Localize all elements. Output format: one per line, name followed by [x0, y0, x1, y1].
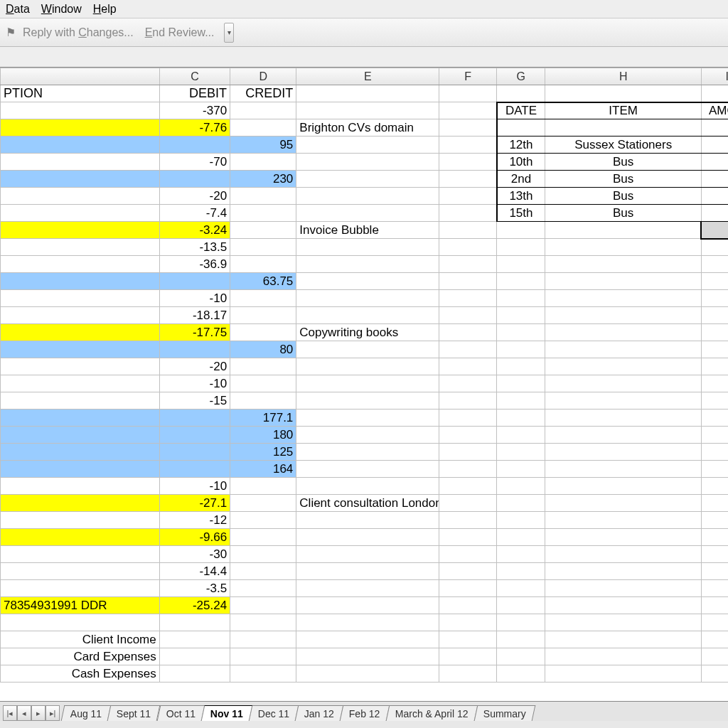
- sheet-tab[interactable]: Sept 11: [107, 705, 161, 721]
- cell[interactable]: [296, 205, 439, 222]
- cell[interactable]: Copywriting books: [296, 324, 439, 341]
- cell[interactable]: [545, 563, 702, 580]
- cell[interactable]: [439, 256, 497, 273]
- cell[interactable]: [439, 341, 497, 358]
- cell[interactable]: [439, 461, 497, 478]
- cell[interactable]: Bus: [545, 205, 702, 222]
- cell[interactable]: [497, 222, 545, 239]
- cell[interactable]: [701, 239, 728, 256]
- cell[interactable]: [296, 512, 439, 529]
- cell[interactable]: [497, 631, 545, 648]
- cell[interactable]: 80: [230, 341, 296, 358]
- tab-nav-first-icon[interactable]: |◂: [3, 705, 17, 721]
- cell[interactable]: [296, 427, 439, 444]
- cell[interactable]: [1, 136, 160, 154]
- cell[interactable]: [439, 273, 497, 290]
- cell[interactable]: [296, 341, 439, 358]
- cell[interactable]: [1, 324, 160, 341]
- tab-nav-prev-icon[interactable]: ◂: [17, 705, 31, 721]
- cell[interactable]: [545, 290, 702, 307]
- cell[interactable]: [1, 444, 160, 461]
- cell[interactable]: [701, 563, 728, 580]
- cell[interactable]: [701, 529, 728, 546]
- cell[interactable]: [1, 563, 160, 580]
- cell[interactable]: [230, 290, 296, 307]
- cell[interactable]: [439, 580, 497, 597]
- cell[interactable]: DEBIT: [159, 85, 230, 102]
- cell[interactable]: [439, 290, 497, 307]
- cell[interactable]: [159, 341, 230, 358]
- cell[interactable]: [545, 546, 702, 563]
- cell[interactable]: [439, 427, 497, 444]
- cell[interactable]: -18.17: [159, 307, 230, 324]
- sheet-tab[interactable]: March & April 12: [385, 705, 477, 721]
- cell[interactable]: [230, 392, 296, 410]
- cell[interactable]: [701, 444, 728, 461]
- sheet-tab[interactable]: Jan 12: [295, 705, 344, 721]
- cell[interactable]: 177.1: [230, 410, 296, 427]
- cell[interactable]: [159, 614, 230, 631]
- cell[interactable]: Bus: [545, 188, 702, 205]
- cell[interactable]: [439, 307, 497, 324]
- cell[interactable]: [701, 461, 728, 478]
- cell[interactable]: [1, 188, 160, 205]
- cell[interactable]: [230, 256, 296, 273]
- cell[interactable]: [497, 597, 545, 614]
- cell[interactable]: [1, 495, 160, 512]
- cell[interactable]: [701, 119, 728, 136]
- cell[interactable]: [701, 375, 728, 392]
- cell[interactable]: [296, 478, 439, 495]
- cell[interactable]: [230, 597, 296, 614]
- cell[interactable]: ITEM: [545, 102, 702, 119]
- cell[interactable]: [545, 461, 702, 478]
- cell[interactable]: [230, 665, 296, 682]
- cell[interactable]: [497, 614, 545, 631]
- cell[interactable]: -9.66: [159, 529, 230, 546]
- cell[interactable]: 2nd: [497, 171, 545, 188]
- cell[interactable]: [701, 495, 728, 512]
- cell[interactable]: Invoice Bubble: [296, 222, 439, 239]
- cell[interactable]: [497, 495, 545, 512]
- cell[interactable]: [159, 171, 230, 188]
- cell[interactable]: [1, 392, 160, 410]
- cell[interactable]: [439, 597, 497, 614]
- col-header-B[interactable]: [1, 68, 160, 85]
- cell[interactable]: [296, 307, 439, 324]
- grid[interactable]: C D E F G H I PTION DEBIT CREDIT -370DAT…: [0, 68, 728, 682]
- cell[interactable]: [296, 154, 439, 171]
- cell[interactable]: [545, 307, 702, 324]
- cell[interactable]: [439, 665, 497, 682]
- cell[interactable]: [545, 410, 702, 427]
- cell[interactable]: 164: [230, 461, 296, 478]
- cell[interactable]: -20: [159, 358, 230, 375]
- cell[interactable]: [545, 256, 702, 273]
- cell[interactable]: [296, 392, 439, 410]
- cell[interactable]: [545, 665, 702, 682]
- col-header-C[interactable]: C: [159, 68, 230, 85]
- cell[interactable]: [230, 580, 296, 597]
- cell[interactable]: [439, 119, 497, 136]
- cell[interactable]: [159, 427, 230, 444]
- toolbar-overflow-icon[interactable]: ▾: [224, 23, 234, 43]
- cell[interactable]: [497, 358, 545, 375]
- cell[interactable]: [701, 341, 728, 358]
- cell[interactable]: [545, 444, 702, 461]
- cell[interactable]: Brighton CVs domain: [296, 119, 439, 136]
- cell[interactable]: [230, 222, 296, 239]
- cell[interactable]: Cash Expenses: [1, 665, 160, 682]
- cell[interactable]: [296, 444, 439, 461]
- cell[interactable]: [701, 392, 728, 410]
- cell[interactable]: [1, 427, 160, 444]
- cell[interactable]: [701, 478, 728, 495]
- cell[interactable]: 13th: [497, 188, 545, 205]
- cell[interactable]: [497, 273, 545, 290]
- cell[interactable]: 10th: [497, 154, 545, 171]
- cell[interactable]: [1, 461, 160, 478]
- cell[interactable]: [296, 375, 439, 392]
- cell[interactable]: [545, 358, 702, 375]
- col-header-H[interactable]: H: [545, 68, 702, 85]
- sheet-tab[interactable]: Summary: [473, 705, 535, 721]
- col-header-F[interactable]: F: [439, 68, 497, 85]
- cell[interactable]: [296, 563, 439, 580]
- cell[interactable]: [701, 307, 728, 324]
